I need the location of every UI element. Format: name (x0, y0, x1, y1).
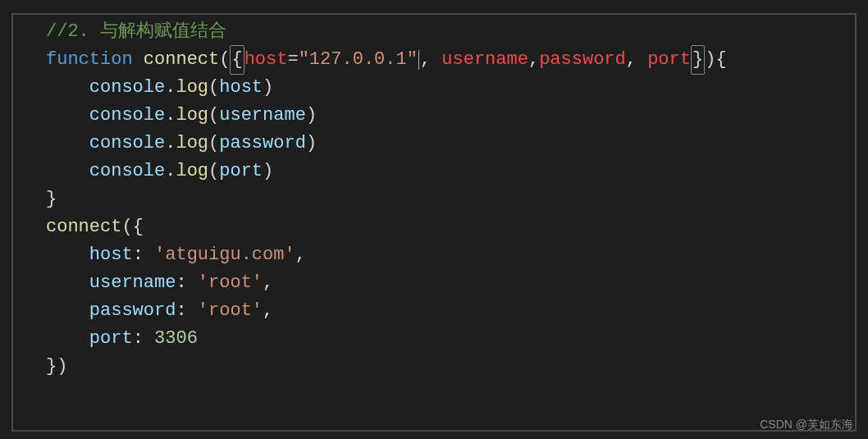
code-line-9[interactable]: host: 'atguigu.com', (46, 241, 855, 269)
obj-console: console (89, 158, 165, 185)
colon: : (176, 297, 186, 325)
rparen: ) (306, 130, 317, 158)
code-line-1[interactable]: //2. 与解构赋值结合 (46, 18, 855, 46)
val-username: 'root' (198, 269, 263, 297)
lparen: ( (219, 46, 230, 74)
param-password: password (539, 46, 626, 74)
function-name: connect (144, 46, 219, 74)
code-line-10[interactable]: username: 'root', (46, 269, 855, 297)
param-username: username (441, 46, 528, 74)
rparen: ) (263, 74, 273, 102)
val-port: 3306 (154, 325, 198, 353)
rparen: ) (705, 46, 715, 74)
comma: , (263, 297, 273, 325)
lcurly: { (715, 46, 726, 74)
string-default: "127.0.0.1" (299, 46, 418, 74)
text-cursor (418, 50, 419, 70)
editor-frame: //2. 与解构赋值结合 function connect({host="127… (11, 13, 857, 432)
param-port: port (647, 46, 691, 74)
comment: //2. 与解构赋值结合 (46, 18, 226, 46)
arg: username (219, 102, 306, 130)
arg: password (219, 130, 306, 158)
code-editor[interactable]: //2. 与解构赋值结合 function connect({host="127… (13, 18, 855, 381)
method-log: log (176, 102, 208, 130)
comma: , (626, 46, 637, 74)
dot: . (165, 74, 176, 102)
method-log: log (176, 158, 208, 185)
equals: = (287, 46, 298, 74)
rbrace: } (46, 353, 57, 381)
code-line-2[interactable]: function connect({host="127.0.0.1", user… (46, 46, 855, 74)
obj-console: console (89, 130, 165, 158)
code-line-13[interactable]: }) (46, 353, 855, 381)
val-host: 'atguigu.com' (154, 241, 295, 269)
dot: . (165, 102, 176, 130)
rbrace: } (46, 185, 57, 213)
lbrace: { (133, 213, 144, 241)
comma: , (420, 46, 431, 74)
lbrace-highlight: { (230, 45, 244, 75)
obj-console: console (89, 102, 165, 130)
comma: , (295, 241, 306, 269)
prop-password: password (89, 297, 176, 325)
rparen: ) (306, 102, 317, 130)
code-line-6[interactable]: console.log(port) (46, 158, 855, 185)
lparen: ( (208, 102, 219, 130)
colon: : (133, 241, 144, 269)
lparen: ( (208, 158, 219, 185)
dot: . (165, 158, 176, 185)
arg: host (219, 74, 263, 102)
prop-username: username (89, 269, 176, 297)
lparen: ( (208, 74, 219, 102)
code-line-12[interactable]: port: 3306 (46, 325, 855, 353)
param-host: host (244, 46, 288, 74)
val-password: 'root' (198, 297, 263, 325)
keyword-function: function (46, 46, 133, 74)
rbrace-highlight: } (691, 45, 705, 75)
comma: , (263, 269, 273, 297)
code-line-7[interactable]: } (46, 185, 855, 213)
prop-port: port (89, 325, 133, 353)
prop-host: host (89, 241, 133, 269)
rparen: ) (263, 158, 273, 185)
lparen: ( (121, 213, 132, 241)
code-line-11[interactable]: password: 'root', (46, 297, 855, 325)
comma: , (528, 46, 539, 74)
colon: : (133, 325, 144, 353)
method-log: log (176, 130, 208, 158)
code-line-3[interactable]: console.log(host) (46, 74, 855, 102)
code-line-5[interactable]: console.log(password) (46, 130, 855, 158)
method-log: log (176, 74, 208, 102)
rparen: ) (57, 353, 67, 381)
code-line-8[interactable]: connect({ (46, 213, 855, 241)
dot: . (165, 130, 176, 158)
lparen: ( (208, 130, 219, 158)
colon: : (176, 269, 186, 297)
obj-console: console (89, 74, 165, 102)
code-line-4[interactable]: console.log(username) (46, 102, 855, 130)
call-connect: connect (46, 213, 121, 241)
watermark: CSDN @芙如东海 (760, 416, 853, 434)
arg: port (219, 158, 263, 185)
